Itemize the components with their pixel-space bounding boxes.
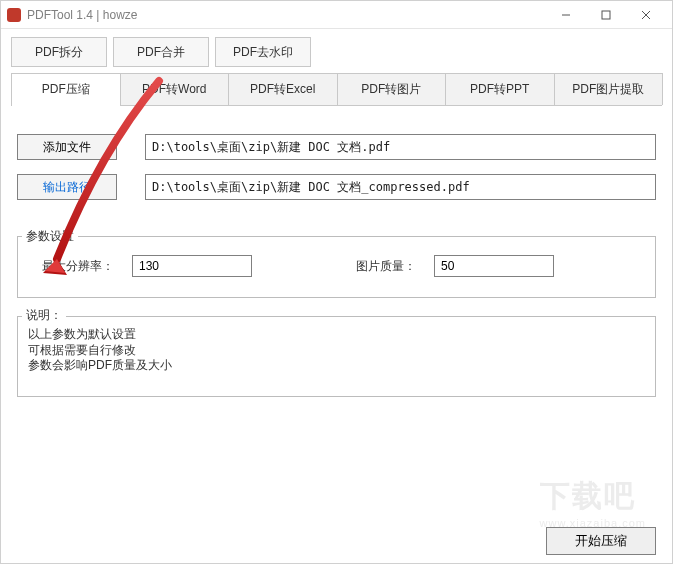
description-line-3: 参数会影响PDF质量及大小 <box>28 358 645 374</box>
tab-merge[interactable]: PDF合并 <box>113 37 209 67</box>
app-icon <box>7 8 21 22</box>
svg-rect-1 <box>602 11 610 19</box>
description-group: 说明： 以上参数为默认设置 可根据需要自行修改 参数会影响PDF质量及大小 <box>17 316 656 397</box>
description-line-1: 以上参数为默认设置 <box>28 327 645 343</box>
description-line-2: 可根据需要自行修改 <box>28 343 645 359</box>
image-quality-input[interactable] <box>434 255 554 277</box>
output-file-path[interactable] <box>145 174 656 200</box>
top-tab-row: PDF拆分 PDF合并 PDF去水印 <box>1 29 672 67</box>
description-legend: 说明： <box>22 308 66 324</box>
tab-watermark[interactable]: PDF去水印 <box>215 37 311 67</box>
parameter-settings-group: 参数设置 最大分辨率： 图片质量： <box>17 236 656 298</box>
max-resolution-input[interactable] <box>132 255 252 277</box>
window-controls <box>546 1 666 29</box>
output-path-button[interactable]: 输出路径 <box>17 174 117 200</box>
watermark: 下载吧 www.xiazaiba.com <box>540 476 646 529</box>
tab-split[interactable]: PDF拆分 <box>11 37 107 67</box>
tab-extract-images[interactable]: PDF图片提取 <box>554 73 664 105</box>
max-resolution-label: 最大分辨率： <box>42 258 114 275</box>
window-title: PDFTool 1.4 | howze <box>27 8 546 22</box>
sub-tab-row: PDF压缩 PDF转Word PDF转Excel PDF转图片 PDF转PPT … <box>11 73 662 106</box>
titlebar: PDFTool 1.4 | howze <box>1 1 672 29</box>
close-button[interactable] <box>626 1 666 29</box>
input-file-path[interactable] <box>145 134 656 160</box>
minimize-button[interactable] <box>546 1 586 29</box>
start-compress-button[interactable]: 开始压缩 <box>546 527 656 555</box>
tab-to-word[interactable]: PDF转Word <box>120 73 230 105</box>
maximize-button[interactable] <box>586 1 626 29</box>
tab-compress[interactable]: PDF压缩 <box>11 73 121 105</box>
add-file-button[interactable]: 添加文件 <box>17 134 117 160</box>
tab-to-ppt[interactable]: PDF转PPT <box>445 73 555 105</box>
image-quality-label: 图片质量： <box>356 258 416 275</box>
parameter-legend: 参数设置 <box>22 228 78 245</box>
tab-to-excel[interactable]: PDF转Excel <box>228 73 338 105</box>
tab-to-image[interactable]: PDF转图片 <box>337 73 447 105</box>
